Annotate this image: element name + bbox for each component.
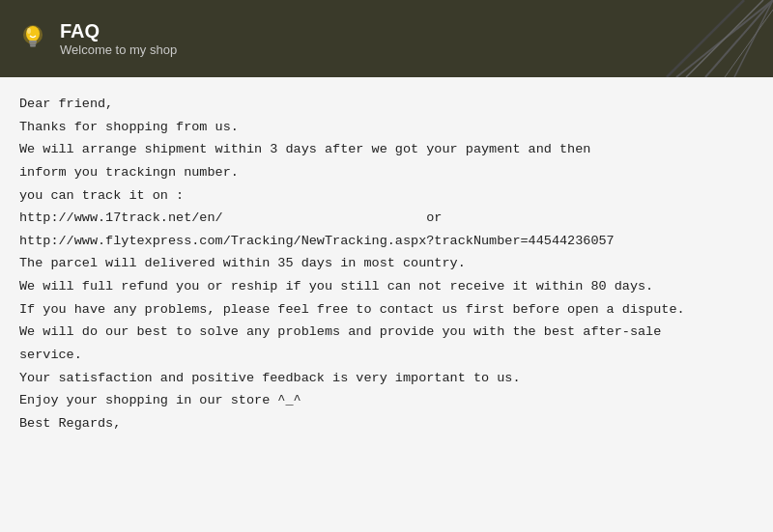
message-line: service. bbox=[19, 344, 754, 367]
message-line: Dear friend, bbox=[19, 93, 754, 116]
message-line: The parcel will delivered within 35 days… bbox=[19, 252, 754, 275]
bulb-icon bbox=[15, 21, 50, 56]
svg-rect-2 bbox=[29, 41, 37, 43]
svg-rect-4 bbox=[30, 45, 36, 47]
svg-line-7 bbox=[705, 0, 773, 77]
message-line: http://www.17track.net/en/ or bbox=[19, 207, 754, 230]
header-text: FAQ Welcome to my shop bbox=[60, 20, 177, 57]
message-body: Dear friend,Thanks for shopping from us.… bbox=[19, 93, 754, 434]
message-line: Best Regards, bbox=[19, 412, 754, 435]
header-logo: FAQ Welcome to my shop bbox=[15, 20, 177, 57]
message-line: http://www.flytexpress.com/Tracking/NewT… bbox=[19, 230, 754, 253]
content-area: Dear friend,Thanks for shopping from us.… bbox=[0, 77, 773, 532]
header-subtitle: Welcome to my shop bbox=[60, 42, 177, 57]
message-line: inform you trackingn number. bbox=[19, 161, 754, 184]
message-line: you can track it on : bbox=[19, 184, 754, 208]
svg-point-5 bbox=[27, 28, 31, 34]
header-decoration bbox=[580, 0, 773, 77]
message-line: We will do our best to solve any problem… bbox=[19, 321, 754, 344]
message-line: Thanks for shopping from us. bbox=[19, 116, 754, 139]
header-title: FAQ bbox=[60, 20, 177, 42]
message-line: Enjoy your shopping in our store ^_^ bbox=[19, 389, 754, 412]
message-line: Your satisfaction and positive feedback … bbox=[19, 367, 754, 390]
message-line: We will full refund you or reship if you… bbox=[19, 275, 754, 298]
message-line: We will arrange shipment within 3 days a… bbox=[19, 138, 754, 161]
header: FAQ Welcome to my shop bbox=[0, 0, 773, 77]
svg-rect-3 bbox=[30, 43, 37, 45]
message-line: If you have any problems, please feel fr… bbox=[19, 298, 754, 322]
